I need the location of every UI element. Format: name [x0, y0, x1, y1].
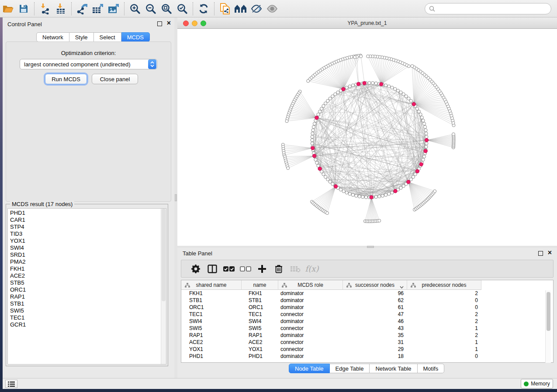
- import-network-button[interactable]: [37, 2, 53, 16]
- deselect-all-button[interactable]: [237, 262, 254, 275]
- tab-node-table[interactable]: Node Table: [289, 364, 330, 373]
- delete-table-button[interactable]: [287, 262, 304, 275]
- table-toolbar: f(x): [181, 260, 554, 278]
- mcds-result-title: MCDS result (17 nodes): [10, 201, 74, 207]
- mcds-result-item[interactable]: GCR1: [8, 321, 166, 328]
- mcds-result-item[interactable]: RAP1: [8, 293, 166, 300]
- function-builder-button[interactable]: f(x): [304, 262, 320, 275]
- column-header-predecessor-nodes[interactable]: predecessor nodes: [407, 280, 481, 289]
- mcds-list-scrollbar[interactable]: [161, 209, 166, 364]
- table-row[interactable]: ACE2ACE2connector311: [181, 339, 553, 346]
- zoom-selected-button[interactable]: [174, 2, 190, 16]
- mcds-result-items: PHD1CAR1STP4TID3YOX1SWI4SRD1PMA2FKH1ACE2…: [8, 209, 166, 328]
- close-panel-icon[interactable]: ×: [548, 248, 552, 257]
- memory-label: Memory: [531, 381, 550, 387]
- table-scrollbar[interactable]: [545, 290, 551, 363]
- tab-edge-table[interactable]: Edge Table: [330, 364, 370, 373]
- export-table-button[interactable]: [90, 2, 106, 16]
- table-cell: 2: [407, 311, 481, 318]
- mcds-result-item[interactable]: FKH1: [8, 265, 166, 272]
- mcds-result-item[interactable]: SRD1: [8, 251, 166, 258]
- tab-select[interactable]: Select: [94, 32, 121, 42]
- optimization-criterion-select[interactable]: largest connected component (undirected): [20, 59, 157, 69]
- sort-desc-icon: [400, 284, 404, 290]
- tab-network[interactable]: Network: [36, 32, 69, 42]
- zoom-in-button[interactable]: [127, 2, 143, 16]
- search-input[interactable]: [437, 4, 551, 13]
- table-options-button[interactable]: [187, 262, 204, 275]
- tab-mcds[interactable]: MCDS: [121, 32, 150, 42]
- table-cell: 1: [407, 339, 481, 346]
- task-history-button[interactable]: [5, 380, 17, 388]
- mcds-result-item[interactable]: STB1: [8, 300, 166, 307]
- mcds-result-item[interactable]: SWI4: [8, 244, 166, 251]
- column-header-name[interactable]: name: [242, 280, 278, 289]
- mcds-result-item[interactable]: ORC1: [8, 286, 166, 293]
- table-row[interactable]: SWI4SWI4dominator462: [181, 318, 553, 325]
- table-cell: dominator: [278, 353, 343, 360]
- float-panel-icon[interactable]: [538, 251, 543, 256]
- mcds-result-item[interactable]: PHD1: [8, 210, 166, 217]
- delete-button[interactable]: [270, 262, 287, 275]
- refresh-view-button[interactable]: [196, 2, 211, 16]
- mcds-result-item[interactable]: TID3: [8, 230, 166, 237]
- save-session-button[interactable]: [16, 2, 31, 16]
- table-row[interactable]: STB1STB1dominator620: [181, 297, 553, 304]
- close-panel-button[interactable]: Close panel: [92, 74, 138, 84]
- table-row[interactable]: PHD1PHD1dominator180: [181, 353, 553, 360]
- vertical-splitter[interactable]: [174, 17, 177, 378]
- column-label: shared name: [196, 282, 226, 288]
- column-header-MCDS-role[interactable]: MCDS role: [278, 280, 343, 289]
- table-cell: 46: [343, 318, 407, 325]
- hide-selected-button[interactable]: [249, 2, 264, 16]
- float-panel-icon[interactable]: [157, 21, 162, 26]
- tab-motifs[interactable]: Motifs: [418, 364, 445, 373]
- clone-network-button[interactable]: [217, 2, 233, 16]
- mcds-result-item[interactable]: TEC1: [8, 314, 166, 321]
- close-panel-icon[interactable]: ×: [167, 19, 171, 28]
- table-cell: FKH1: [181, 290, 242, 297]
- show-columns-button[interactable]: [204, 262, 221, 275]
- export-image-button[interactable]: [106, 2, 121, 16]
- table-cell: dominator: [278, 290, 343, 297]
- table-row[interactable]: SWI5SWI5connector431: [181, 325, 553, 332]
- mcds-result-item[interactable]: CAR1: [8, 217, 166, 224]
- export-network-button[interactable]: [74, 2, 90, 16]
- mcds-result-item[interactable]: STB5: [8, 279, 166, 286]
- splitter-handle[interactable]: [175, 194, 177, 201]
- control-panel-header: Control Panel ×: [3, 17, 174, 29]
- table-scroll-thumb[interactable]: [547, 292, 550, 331]
- mcds-result-item[interactable]: YOX1: [8, 237, 166, 244]
- table-row[interactable]: FKH1FKH1dominator962: [181, 290, 553, 297]
- tab-network-table[interactable]: Network Table: [370, 364, 417, 373]
- mcds-result-group: MCDS result (17 nodes) PHD1CAR1STP4TID3Y…: [6, 204, 168, 366]
- table-row[interactable]: TEC1TEC1connector472: [181, 311, 553, 318]
- mcds-result-item[interactable]: ACE2: [8, 272, 166, 279]
- tab-style[interactable]: Style: [69, 32, 94, 42]
- network-graph[interactable]: [177, 29, 557, 246]
- zoom-out-button[interactable]: [143, 2, 159, 16]
- network-titlebar[interactable]: YPA_prune.txt_1: [177, 17, 557, 29]
- toolbar-separator: [124, 2, 125, 15]
- memory-button[interactable]: Memory: [521, 379, 553, 389]
- column-header-successor-nodes[interactable]: successor nodes: [343, 280, 407, 289]
- column-header-shared-name[interactable]: shared name: [181, 280, 242, 289]
- select-all-button[interactable]: [221, 262, 237, 275]
- table-cell: YOX1: [181, 346, 242, 353]
- add-button[interactable]: [254, 262, 270, 275]
- table-row[interactable]: ORC1ORC1dominator610: [181, 304, 553, 311]
- mcds-result-item[interactable]: STP4: [8, 224, 166, 230]
- open-file-button[interactable]: [0, 2, 16, 16]
- show-all-button[interactable]: [264, 2, 280, 16]
- search-box[interactable]: [425, 3, 551, 14]
- mcds-result-item[interactable]: PMA2: [8, 258, 166, 265]
- table-row[interactable]: YOX1YOX1connector291: [181, 346, 553, 353]
- import-table-button[interactable]: [53, 2, 69, 16]
- mcds-list-scroll-thumb[interactable]: [162, 209, 166, 301]
- zoom-fit-button[interactable]: [159, 2, 174, 16]
- table-row[interactable]: RAP1RAP1dominator352: [181, 332, 553, 339]
- mcds-result-item[interactable]: SWI5: [8, 307, 166, 314]
- mcds-result-list[interactable]: PHD1CAR1STP4TID3YOX1SWI4SRD1PMA2FKH1ACE2…: [7, 208, 166, 364]
- run-mcds-button[interactable]: Run MCDS: [45, 74, 87, 84]
- first-neighbors-button[interactable]: [233, 2, 249, 16]
